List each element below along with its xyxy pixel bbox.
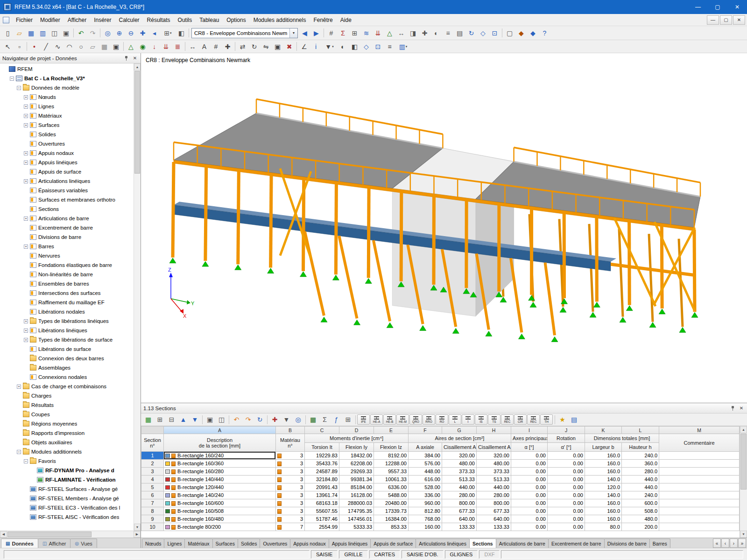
flexion-z-value-cell[interactable]: 5488.00 <box>374 491 409 499</box>
hauteur-value-cell[interactable]: 508.0 <box>622 507 659 515</box>
header-flexion-z[interactable]: Flexion Iz <box>374 443 409 452</box>
tree-h-scrollbar[interactable]: ◀ ▶ <box>0 531 141 538</box>
cisaillement-y-value-cell[interactable]: 480.00 <box>442 460 477 468</box>
header-aires-group[interactable]: Aires de section [cm²] <box>409 434 511 443</box>
torsion-value-cell[interactable]: 13961.74 <box>305 491 339 499</box>
row-down-icon[interactable]: ▼ <box>189 414 201 425</box>
hauteur-value-cell[interactable]: 240.0 <box>622 452 659 460</box>
a-axiale-value-cell[interactable]: 616.00 <box>409 476 442 483</box>
zoom-extents-icon[interactable]: ⊡ <box>489 28 500 38</box>
profile-button-rro[interactable]: RRO <box>423 414 435 425</box>
surface-load-icon[interactable]: ≣ <box>172 41 183 52</box>
select-arrow-icon[interactable]: ↖ <box>2 41 14 52</box>
table-tab-articulations-lineiques[interactable]: Articulations linéiques <box>416 539 470 548</box>
pin-icon[interactable] <box>124 56 129 61</box>
status-toggle-dxf[interactable]: DXF <box>479 550 500 559</box>
cisaillement-z-value-cell[interactable]: 320.00 <box>477 452 511 460</box>
iso-view-icon[interactable]: ◇ <box>477 28 489 38</box>
copy-icon[interactable]: ▣ <box>272 41 283 52</box>
cisaillement-y-value-cell[interactable]: 440.00 <box>442 483 477 491</box>
table-tab-appuis-de-surface[interactable]: Appuis de surface <box>370 539 416 548</box>
undo-table-icon[interactable]: ↶ <box>231 414 242 425</box>
pan-icon[interactable]: ✚ <box>137 28 148 38</box>
tree-item-surfaces[interactable]: +Surfaces <box>1 120 133 130</box>
material-cell[interactable]: 3 <box>276 460 305 468</box>
alpha-value-cell[interactable]: 0.00 <box>511 491 548 499</box>
find-section-icon[interactable]: ◎ <box>292 414 304 425</box>
row-up-icon[interactable]: ▲ <box>177 414 189 425</box>
paste-cells-icon[interactable]: ◫ <box>216 414 227 425</box>
sections-close-icon[interactable]: ✕ <box>738 406 745 411</box>
save-file-icon[interactable]: ▦ <box>25 28 37 38</box>
rotate-icon[interactable]: ↻ <box>248 41 260 52</box>
flexion-y-value-cell[interactable]: 99381.34 <box>339 476 374 483</box>
tab-nav-icon-0[interactable]: « <box>713 539 721 548</box>
new-opening-icon[interactable]: ▣ <box>110 41 122 52</box>
structural-model-view[interactable]: ZYX <box>141 53 747 403</box>
section-description-cell[interactable]: B-rectangle 160/280 <box>164 468 276 476</box>
column-letter-G[interactable]: G <box>442 427 477 434</box>
alpha-value-cell[interactable]: 0.00 <box>511 483 548 491</box>
tree-item-rf-steel-aisc-verification-des[interactable]: RF-STEEL AISC - Vérification des <box>1 512 133 522</box>
select-box-icon[interactable]: ▫ <box>14 41 25 52</box>
combo-dropdown-icon[interactable]: ▾ <box>289 28 297 38</box>
tree-item-raffinement-du-maillage-ef[interactable]: Raffinement du maillage EF <box>1 298 133 307</box>
redo-table-icon[interactable]: ↷ <box>242 414 254 425</box>
open-file-icon[interactable]: ▱ <box>14 28 25 38</box>
flexion-z-value-cell[interactable]: 17339.73 <box>374 507 409 515</box>
fx-icon[interactable]: ƒ <box>331 414 342 425</box>
largeur-value-cell[interactable]: 120.0 <box>585 483 622 491</box>
cisaillement-z-value-cell[interactable]: 513.33 <box>477 476 511 483</box>
tree-expander-icon[interactable]: + <box>24 319 28 323</box>
column-letter-D[interactable]: D <box>339 427 374 434</box>
status-toggle-saisie[interactable]: SAISIE <box>311 550 338 559</box>
zoom-all-icon[interactable]: ⊡ <box>372 41 384 52</box>
calculator-icon[interactable]: ⊞ <box>342 414 354 425</box>
scroll-thumb[interactable] <box>134 71 140 174</box>
alpha-value-cell[interactable]: 0.00 <box>511 468 548 476</box>
cisaillement-y-value-cell[interactable]: 373.33 <box>442 468 477 476</box>
header-hauteur[interactable]: Hauteur h <box>622 443 659 452</box>
tree-item-connexion-des-deux-barres[interactable]: Connexion des deux barres <box>1 354 133 363</box>
tree-item-sections[interactable]: Sections <box>1 204 133 214</box>
mdi-restore-button[interactable]: ▢ <box>720 15 732 25</box>
hauteur-value-cell[interactable]: 440.0 <box>622 476 659 483</box>
tree-item-donnees-de-modele[interactable]: −Données de modèle <box>1 83 133 92</box>
dimensions-icon[interactable]: ↔ <box>395 28 407 38</box>
tree-item-rfem[interactable]: RFEM <box>1 64 133 74</box>
table-scroll-up-icon[interactable]: ▲ <box>740 426 747 433</box>
comment-cell[interactable] <box>659 460 740 468</box>
column-letter-L[interactable]: L <box>622 427 659 434</box>
visibility-icon[interactable]: ◐ <box>430 28 442 38</box>
tree-item-intersections-des-surfaces[interactable]: Intersections des surfaces <box>1 288 133 298</box>
a-axiale-value-cell[interactable]: 576.00 <box>409 460 442 468</box>
row-number-cell[interactable]: 5 <box>141 483 164 491</box>
hauteur-value-cell[interactable]: 600.0 <box>622 499 659 507</box>
navigator-close-icon[interactable]: ✕ <box>132 56 138 61</box>
annotation-icon[interactable]: A <box>198 41 210 52</box>
layers-2-icon[interactable]: ≡ <box>384 41 395 52</box>
results-icon[interactable]: Σ <box>337 28 349 38</box>
comment-cell[interactable] <box>659 483 740 491</box>
favorites-icon[interactable]: ★ <box>557 414 568 425</box>
tree-item-barres[interactable]: +Barres <box>1 242 133 251</box>
status-toggle-cartes[interactable]: CARTES <box>369 550 400 559</box>
menu-inserer[interactable]: Insérer <box>90 15 115 25</box>
status-toggle-saisie-d-ob[interactable]: SAISIE D'OB. <box>402 550 444 559</box>
case-previous-icon[interactable]: ◀ <box>299 28 310 38</box>
table-tab-appuis-lineiques[interactable]: Appuis linéiques <box>329 539 371 548</box>
material-cell[interactable]: 3 <box>276 507 305 515</box>
tree-expander-icon[interactable]: + <box>24 161 28 165</box>
profile-button-rec[interactable]: REC <box>527 414 540 425</box>
column-letter-M[interactable]: M <box>659 427 740 434</box>
measure-icon[interactable]: ∠ <box>298 41 310 52</box>
hauteur-value-cell[interactable]: 480.0 <box>622 515 659 523</box>
tree-scrollbar[interactable]: ▲ ▼ <box>134 63 141 531</box>
view-isometric-icon[interactable]: ◇ <box>360 41 372 52</box>
tree-item-solides[interactable]: Solides <box>1 130 133 139</box>
status-toggle-glignes[interactable]: GLIGNES <box>445 550 478 559</box>
comment-cell[interactable] <box>659 499 740 507</box>
header-moments-group[interactable]: Moments d'inertie [cm⁴] <box>305 434 409 443</box>
a-axiale-value-cell[interactable]: 336.00 <box>409 491 442 499</box>
render-mode-icon[interactable]: ◨ <box>407 28 419 38</box>
